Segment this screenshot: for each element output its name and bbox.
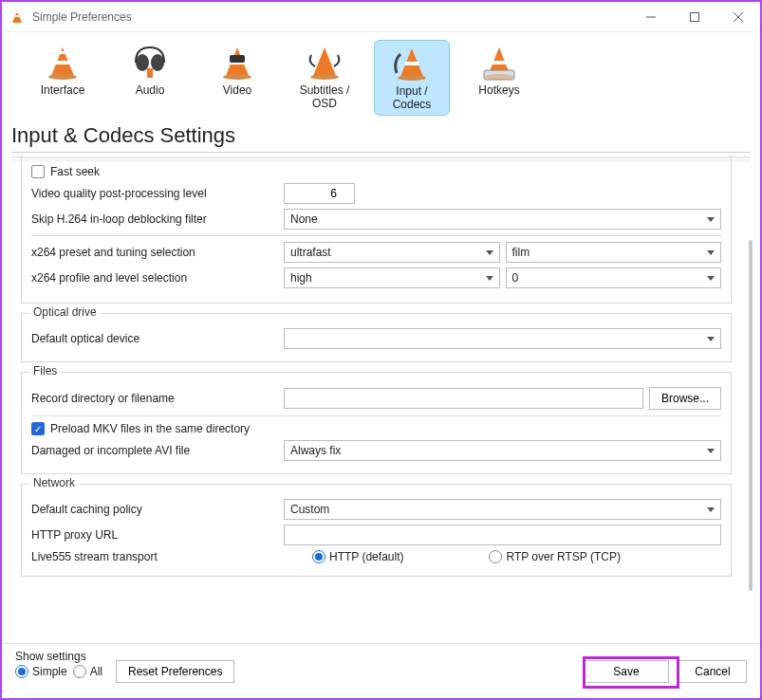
avi-label: Damaged or incomplete AVI file: [31, 444, 278, 457]
x264-profile-select[interactable]: high: [284, 267, 500, 288]
cancel-button[interactable]: Cancel: [678, 660, 747, 683]
default-optical-select[interactable]: [284, 328, 721, 349]
proxy-label: HTTP proxy URL: [31, 528, 278, 542]
minimize-button[interactable]: [629, 3, 673, 31]
x264-profile-label: x264 profile and level selection: [31, 271, 278, 285]
radio-icon: [73, 665, 86, 678]
svg-point-12: [151, 54, 164, 71]
svg-rect-2: [16, 11, 19, 13]
svg-point-17: [223, 74, 251, 80]
reset-preferences-button[interactable]: Reset Preferences: [116, 660, 234, 683]
preload-mkv-checkbox[interactable]: ✓ Preload MKV files in the same director…: [31, 422, 250, 435]
files-group: Files Record directory or filename Brows…: [21, 372, 732, 474]
files-legend: Files: [29, 364, 61, 378]
group-divider: [31, 235, 721, 236]
svg-point-19: [310, 74, 339, 80]
fast-seek-checkbox[interactable]: Fast seek: [31, 165, 100, 178]
x264-level-select[interactable]: 0: [506, 267, 722, 288]
svg-rect-1: [15, 15, 20, 17]
checkbox-icon: ✓: [31, 422, 45, 435]
tab-label: Hotkeys: [478, 83, 519, 97]
svg-rect-8: [56, 61, 69, 64]
video-quality-spinner[interactable]: [284, 183, 355, 204]
live555-http-label: HTTP (default): [329, 550, 403, 563]
network-legend: Network: [29, 476, 79, 489]
browse-button[interactable]: Browse...: [649, 387, 721, 410]
tab-label: Subtitles / OSD: [290, 83, 359, 110]
save-button[interactable]: Save: [584, 660, 669, 683]
window-title: Simple Preferences: [32, 10, 132, 24]
tab-label: Input / Codecs: [379, 84, 445, 111]
preload-mkv-label: Preload MKV files in the same directory: [50, 422, 250, 435]
caching-select[interactable]: Custom: [284, 499, 721, 520]
tab-label: Video: [223, 83, 251, 97]
simple-label: Simple: [32, 665, 67, 678]
show-settings-simple-radio[interactable]: Simple: [15, 665, 67, 678]
svg-point-26: [485, 74, 513, 80]
tab-hotkeys[interactable]: Hotkeys: [461, 40, 537, 116]
tab-label: Interface: [41, 83, 85, 97]
checkbox-icon: [31, 165, 45, 178]
vlc-app-icon: [9, 9, 25, 25]
radio-icon: [15, 665, 28, 678]
skip-deblock-select[interactable]: None: [284, 209, 721, 230]
show-settings-label: Show settings: [15, 650, 86, 663]
window-controls: [629, 3, 760, 31]
group-divider: [31, 415, 721, 416]
maximize-button[interactable]: [673, 3, 716, 31]
avi-select[interactable]: Always fix: [284, 440, 721, 461]
svg-point-11: [136, 54, 149, 71]
live555-label: Live555 stream transport: [31, 550, 278, 563]
svg-point-10: [48, 74, 77, 80]
radio-icon: [489, 550, 502, 563]
settings-scroll-area[interactable]: Fast seek Video quality post-processing …: [2, 155, 760, 610]
live555-rtp-label: RTP over RTSP (TCP): [506, 550, 620, 563]
optical-drive-group: Optical drive Default optical device: [21, 313, 732, 362]
svg-rect-9: [59, 51, 66, 54]
tab-video[interactable]: Video: [199, 40, 275, 116]
svg-rect-24: [493, 61, 506, 64]
x264-tuning-select[interactable]: film: [506, 242, 722, 263]
show-settings-group: Show settings Simple All: [15, 665, 102, 678]
video-quality-label: Video quality post-processing level: [31, 187, 278, 200]
codecs-group: Fast seek Video quality post-processing …: [21, 155, 732, 304]
close-button[interactable]: [716, 3, 760, 31]
network-group: Network Default caching policy Custom HT…: [21, 484, 732, 577]
radio-icon: [312, 550, 325, 563]
optical-legend: Optical drive: [29, 305, 101, 319]
live555-http-radio[interactable]: HTTP (default): [312, 550, 403, 563]
x264-preset-select[interactable]: ultrafast: [284, 242, 500, 263]
tab-label: Audio: [136, 83, 165, 97]
svg-point-22: [398, 75, 426, 81]
fast-seek-label: Fast seek: [50, 165, 100, 178]
caching-label: Default caching policy: [31, 503, 278, 516]
x264-preset-label: x264 preset and tuning selection: [31, 246, 278, 259]
skip-deblock-label: Skip H.264 in-loop deblocking filter: [31, 212, 278, 226]
default-optical-label: Default optical device: [31, 332, 278, 345]
record-dir-input[interactable]: [284, 388, 643, 409]
footer-bar: Show settings Simple All Reset Preferenc…: [2, 643, 760, 698]
record-dir-label: Record directory or filename: [31, 392, 278, 405]
tab-interface[interactable]: Interface: [25, 40, 101, 116]
proxy-input[interactable]: [284, 525, 721, 545]
titlebar: Simple Preferences: [2, 2, 760, 32]
svg-rect-16: [230, 55, 245, 63]
heading-divider: [11, 152, 751, 153]
show-settings-all-radio[interactable]: All: [73, 665, 102, 678]
svg-rect-4: [691, 12, 699, 21]
svg-rect-13: [147, 68, 153, 78]
page-heading: Input & Codecs Settings: [2, 120, 760, 150]
category-tabs: Interface Audio Video Subtitles / OSD In…: [2, 32, 760, 120]
live555-rtp-radio[interactable]: RTP over RTSP (TCP): [489, 550, 620, 563]
tab-subtitles[interactable]: Subtitles / OSD: [287, 40, 362, 116]
tab-audio[interactable]: Audio: [112, 40, 188, 116]
all-label: All: [90, 665, 102, 678]
tab-input-codecs[interactable]: Input / Codecs: [374, 40, 450, 116]
svg-rect-21: [405, 62, 418, 65]
svg-marker-18: [313, 47, 336, 76]
